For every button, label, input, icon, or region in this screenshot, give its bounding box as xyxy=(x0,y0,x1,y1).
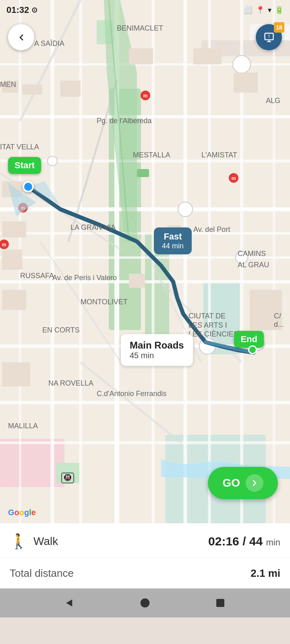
back-button[interactable] xyxy=(8,24,34,50)
nav-home-button[interactable] xyxy=(136,594,154,612)
end-marker: End xyxy=(234,331,264,348)
svg-rect-49 xyxy=(193,48,222,64)
svg-text:m: m xyxy=(232,175,236,181)
current-position-dot xyxy=(23,181,34,192)
go-button-label: GO xyxy=(222,477,240,489)
svg-text:m: m xyxy=(143,93,148,99)
go-button[interactable]: GO xyxy=(208,467,278,499)
main-roads-tooltip[interactable]: Main Roads 45 min xyxy=(121,334,193,366)
distance-label: Total distance xyxy=(10,567,74,580)
location-icon: 📍 xyxy=(256,6,265,14)
cast-icon: ⬜ xyxy=(244,6,253,14)
status-icons: ⬜ 📍 ▾ 🔋 xyxy=(244,6,284,14)
svg-point-41 xyxy=(48,156,57,166)
back-icon xyxy=(17,33,26,42)
svg-rect-7 xyxy=(0,439,64,487)
walk-label: Walk xyxy=(33,535,58,548)
bottom-panel: 🚶 Walk 02:16 / 44 min Total distance 2.1… xyxy=(0,523,290,588)
fast-route-label: Fast xyxy=(162,231,184,242)
min-label: min xyxy=(266,537,280,547)
svg-point-39 xyxy=(178,202,193,217)
notification-badge: 18 xyxy=(274,22,284,33)
fast-route-time: 44 min xyxy=(162,242,184,250)
nav-back-button[interactable] xyxy=(61,594,79,612)
time-separator: / xyxy=(242,535,249,548)
distance-value: 2.1 mi xyxy=(251,567,280,580)
distance-row: Total distance 2.1 mi xyxy=(0,558,290,588)
svg-point-42 xyxy=(233,56,251,73)
svg-text:!: ! xyxy=(268,34,270,39)
status-time: 01:32 ⊙ xyxy=(6,5,37,15)
gps-icon: ⊙ xyxy=(31,6,37,14)
svg-point-43 xyxy=(199,338,215,354)
wifi-icon: ▾ xyxy=(268,6,271,14)
svg-rect-58 xyxy=(250,290,282,330)
fast-route-tooltip[interactable]: Fast 44 min xyxy=(154,227,192,254)
end-position-dot xyxy=(248,345,257,354)
svg-point-76 xyxy=(141,599,150,608)
map-area[interactable]: m m m m 🚇 01:32 ⊙ ⬜ 📍 ▾ 🔋 18 xyxy=(0,0,290,523)
svg-rect-46 xyxy=(22,85,42,95)
walk-time: 02:16 / 44 min xyxy=(208,535,280,548)
main-roads-label: Main Roads xyxy=(130,340,184,351)
svg-marker-75 xyxy=(66,599,72,607)
nav-recent-button[interactable] xyxy=(211,594,229,612)
svg-rect-48 xyxy=(129,48,153,64)
svg-rect-47 xyxy=(60,80,81,97)
svg-text:m: m xyxy=(2,242,6,248)
svg-rect-53 xyxy=(2,250,22,270)
status-bar: 01:32 ⊙ ⬜ 📍 ▾ 🔋 xyxy=(0,0,290,20)
report-icon: ! xyxy=(263,32,275,43)
go-arrow-icon xyxy=(246,474,263,492)
minutes-value: 44 xyxy=(249,535,263,548)
svg-rect-45 xyxy=(2,80,18,93)
walk-row: 🚶 Walk 02:16 / 44 min xyxy=(0,523,290,558)
svg-point-40 xyxy=(236,252,248,264)
svg-rect-56 xyxy=(129,274,145,288)
google-logo: Google xyxy=(8,508,36,517)
svg-rect-77 xyxy=(216,599,224,607)
svg-text:🚇: 🚇 xyxy=(64,474,72,481)
walk-icon: 🚶 xyxy=(10,533,28,550)
svg-rect-55 xyxy=(2,362,30,386)
svg-rect-3 xyxy=(137,169,149,177)
map-background: m m m m 🚇 xyxy=(0,0,290,523)
walk-left: 🚶 Walk xyxy=(10,533,58,550)
svg-rect-54 xyxy=(2,290,26,310)
svg-rect-50 xyxy=(234,72,258,93)
start-marker: Start xyxy=(8,157,41,174)
svg-rect-52 xyxy=(2,221,26,237)
battery-icon: 🔋 xyxy=(275,6,284,14)
main-roads-time: 45 min xyxy=(130,351,184,360)
time-display: 01:32 xyxy=(6,5,29,15)
time-value: 02:16 xyxy=(208,535,239,548)
android-nav-bar xyxy=(0,588,290,617)
